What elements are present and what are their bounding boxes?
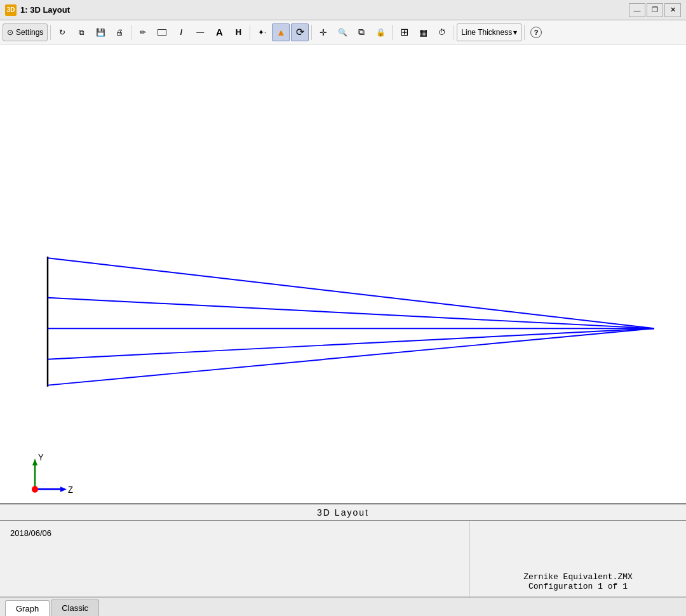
title-bar: 3D 1: 3D Layout — ❐ ✕ [0,0,686,20]
crosshair-icon: ✛ [319,27,327,37]
print-icon: 🖨 [116,28,123,37]
title-bar-controls: — ❐ ✕ [629,3,681,17]
rect-button[interactable] [153,23,171,41]
info-footer: 2018/06/06 Zernike Equivalent.ZMX Config… [0,521,686,597]
date-label: 2018/06/06 [10,528,51,538]
svg-point-11 [32,486,38,493]
help-button[interactable]: ? [527,23,545,41]
app-icon: 3D [5,4,17,16]
rect-icon [158,29,166,36]
config-label: Configuration 1 of 1 [478,582,678,591]
info-right: Zernike Equivalent.ZMX Configuration 1 o… [470,521,686,596]
separator-6 [454,25,454,40]
grid-button[interactable]: ⊞ [395,23,413,41]
rotate-view-icon: ⟳ [296,26,304,38]
tabs-bar: Graph Classic [0,597,686,616]
separator-2 [131,25,131,40]
help-icon: ? [530,27,542,38]
timer-icon: ⏱ [438,28,446,37]
canvas-area[interactable]: Y Z 20 mm [0,44,686,504]
minimize-button[interactable]: — [629,3,645,17]
line-icon: / [180,28,182,37]
info-date: 2018/06/06 [0,521,470,596]
toolbar: ⊙ Settings ↻ ⧉ 💾 🖨 ✏ / — A H ✦· ▲ ⟳ ✛ 🔍 … [0,20,686,44]
separator-7 [524,25,525,40]
dash-icon: — [196,28,204,37]
settings-label: Settings [16,28,43,37]
dash-button[interactable]: — [191,23,209,41]
table-button[interactable]: ▦ [414,23,432,41]
separator-1 [50,25,51,40]
svg-rect-0 [0,44,686,503]
lock-button[interactable]: 🔒 [372,23,389,41]
triangle-icon: ▲ [276,27,286,37]
copy-button[interactable]: ⧉ [72,23,90,41]
text-icon: A [216,27,223,37]
timer-button[interactable]: ⏱ [433,23,451,41]
separator-3 [250,25,250,40]
close-button[interactable]: ✕ [664,3,681,17]
lock-icon: 🔒 [376,28,386,37]
pencil-button[interactable]: ✏ [134,23,152,41]
svg-text:Z: Z [68,485,73,495]
triangle-button[interactable]: ▲ [272,23,290,41]
tab-classic-label: Classic [62,603,88,613]
settings-chevron-icon: ⊙ [7,28,13,37]
restore-button[interactable]: ❐ [647,3,663,17]
layers-button[interactable]: ⧉ [353,23,370,41]
header-button[interactable]: H [229,23,247,41]
settings-button[interactable]: ⊙ Settings [3,23,48,41]
diagram-title: 3D Layout [0,504,686,521]
star-tool-button[interactable]: ✦· [253,23,271,41]
svg-text:Y: Y [38,453,44,463]
star-tool-icon: ✦· [258,28,266,37]
tab-graph[interactable]: Graph [5,600,50,616]
line-button[interactable]: / [172,23,190,41]
pencil-icon: ✏ [140,28,146,37]
refresh-button[interactable]: ↻ [53,23,71,41]
header-icon: H [236,27,241,37]
separator-4 [311,25,312,40]
zoom-button[interactable]: 🔍 [333,23,351,41]
refresh-icon: ↻ [59,28,65,37]
filename-label: Zernike Equivalent.ZMX [478,572,678,582]
line-thickness-button[interactable]: Line Thickness ▾ [457,23,521,41]
save-icon: 💾 [96,28,105,37]
main-area: Y Z 20 mm 3D Layout 2018/06/06 Zernike E… [0,44,686,616]
save-button[interactable]: 💾 [91,23,109,41]
copy-icon: ⧉ [79,28,84,37]
tab-graph-label: Graph [16,604,39,613]
layers-icon: ⧉ [358,27,365,37]
text-button[interactable]: A [210,23,228,41]
tab-classic[interactable]: Classic [51,599,99,616]
separator-5 [392,25,393,40]
crosshair-button[interactable]: ✛ [314,23,332,41]
grid-icon: ⊞ [400,26,408,38]
line-thickness-label: Line Thickness [461,28,512,37]
window-title: 1: 3D Layout [20,5,629,15]
rotate-view-button[interactable]: ⟳ [291,23,309,41]
diagram-svg: Y Z 20 mm [0,44,686,503]
table-icon: ▦ [419,27,427,37]
print-button[interactable]: 🖨 [111,23,128,41]
line-thickness-chevron-icon: ▾ [513,28,517,37]
zoom-icon: 🔍 [338,28,347,37]
